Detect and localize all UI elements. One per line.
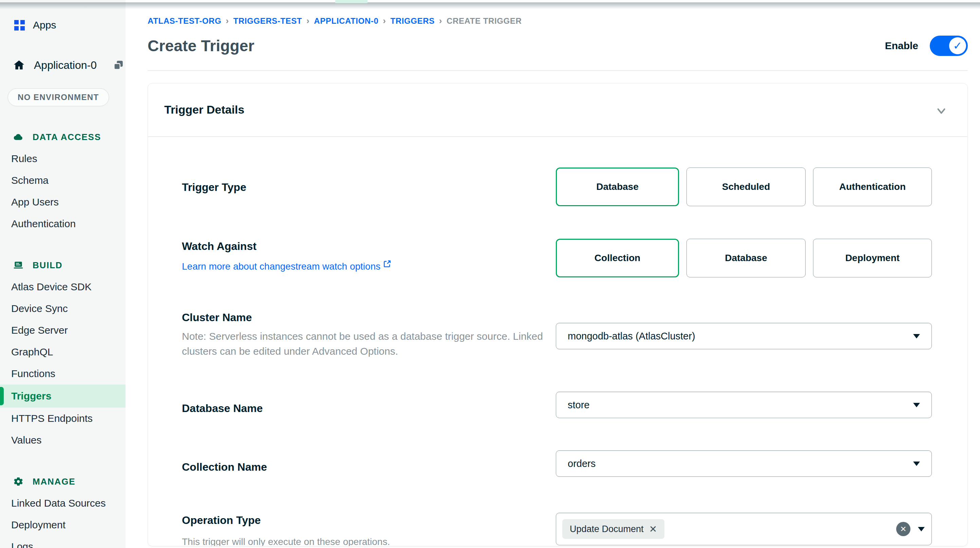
select-value: store: [568, 399, 589, 411]
nav-item-label: Edge Server: [11, 324, 68, 336]
clear-all-icon[interactable]: ✕: [896, 522, 910, 536]
sidebar-section-build: BUILD Atlas Device SDK Device Sync Edge …: [0, 254, 126, 451]
collection-name-select[interactable]: orders: [556, 450, 932, 477]
trigger-type-label: Trigger Type: [182, 181, 247, 194]
header-divider: [148, 70, 968, 71]
breadcrumb-link[interactable]: TRIGGERS-TEST: [234, 16, 302, 26]
breadcrumb-separator: ›: [226, 16, 229, 26]
laptop-icon: [13, 260, 24, 271]
cluster-name-label: Cluster Name: [182, 311, 252, 324]
nav-item-label: Authentication: [11, 218, 76, 230]
database-name-label: Database Name: [182, 402, 262, 415]
watch-against-option-collection[interactable]: Collection: [556, 239, 679, 277]
breadcrumb-link[interactable]: ATLAS-TEST-ORG: [148, 16, 221, 26]
sidebar-item-rules[interactable]: Rules: [0, 148, 126, 170]
enable-toggle[interactable]: ✓: [930, 36, 968, 56]
caret-down-icon: [913, 403, 920, 407]
watch-against-option-deployment[interactable]: Deployment: [813, 239, 932, 277]
copy-icon[interactable]: [113, 60, 124, 70]
sidebar-item-apps[interactable]: Apps: [0, 14, 126, 36]
nav-item-label: Linked Data Sources: [11, 497, 106, 509]
sidebar-item-values[interactable]: Values: [0, 429, 126, 451]
breadcrumb-separator: ›: [306, 16, 309, 26]
nav-item-label: Schema: [11, 175, 49, 186]
section-label: BUILD: [33, 260, 62, 271]
sidebar-item-logs[interactable]: Logs: [0, 536, 126, 548]
home-icon: [13, 59, 25, 71]
sidebar-item-https-endpoints[interactable]: HTTPS Endpoints: [0, 408, 126, 429]
cluster-name-select[interactable]: mongodb-atlas (AtlasCluster): [556, 323, 932, 349]
sidebar-section-manage: MANAGE Linked Data Sources Deployment Lo…: [0, 471, 126, 548]
section-label: MANAGE: [33, 477, 75, 487]
nav-item-label: HTTPS Endpoints: [11, 413, 93, 424]
sidebar-item-deployment[interactable]: Deployment: [0, 514, 126, 536]
operation-chip-update-document[interactable]: Update Document ✕: [562, 519, 664, 539]
sidebar-item-linked-data-sources[interactable]: Linked Data Sources: [0, 492, 126, 514]
external-link-icon: [383, 260, 391, 268]
nav-item-label: Triggers: [11, 390, 51, 402]
trigger-type-option-database[interactable]: Database: [556, 168, 679, 206]
sidebar: Apps Application-0 NO ENVIRONMENT DATA A…: [0, 0, 126, 548]
main-content: ATLAS-TEST-ORG › TRIGGERS-TEST › APPLICA…: [126, 0, 980, 548]
watch-against-label: Watch Against: [182, 240, 256, 253]
trigger-type-option-authentication[interactable]: Authentication: [813, 168, 932, 206]
cluster-name-note: Note: Serverless instances cannot be use…: [182, 329, 547, 359]
sidebar-item-schema[interactable]: Schema: [0, 170, 126, 191]
nav-item-label: Deployment: [11, 519, 65, 531]
card-title: Trigger Details: [164, 103, 244, 116]
operation-type-label: Operation Type: [182, 514, 261, 527]
nav-item-label: GraphQL: [11, 346, 53, 358]
nav-item-label: Functions: [11, 368, 55, 380]
enable-label: Enable: [885, 40, 918, 52]
app-name: Application-0: [34, 59, 97, 71]
sidebar-item-graphql[interactable]: GraphQL: [0, 341, 126, 363]
sidebar-item-functions[interactable]: Functions: [0, 363, 126, 384]
nav-item-label: Device Sync: [11, 303, 68, 315]
trigger-details-card: Trigger Details Trigger Type Database Sc…: [148, 83, 968, 546]
card-header-divider: [148, 136, 967, 137]
sidebar-item-device-sync[interactable]: Device Sync: [0, 298, 126, 319]
nav-item-label: Rules: [11, 153, 37, 164]
chip-label: Update Document: [570, 524, 644, 534]
breadcrumb-link[interactable]: APPLICATION-0: [314, 16, 379, 26]
sidebar-item-triggers[interactable]: Triggers: [0, 384, 126, 408]
apps-grid-icon: [14, 20, 25, 30]
database-name-select[interactable]: store: [556, 392, 932, 418]
nav-item-label: Logs: [11, 541, 33, 548]
close-icon[interactable]: ✕: [649, 524, 657, 535]
breadcrumb-separator: ›: [439, 16, 442, 26]
watch-against-option-database[interactable]: Database: [686, 239, 806, 277]
app-selector[interactable]: Application-0: [0, 54, 126, 77]
operation-type-multiselect[interactable]: Update Document ✕ ✕: [556, 513, 932, 545]
trigger-type-option-scheduled[interactable]: Scheduled: [686, 168, 806, 206]
select-value: orders: [568, 458, 595, 469]
toggle-knob: ✓: [949, 37, 966, 54]
caret-down-icon: [913, 462, 920, 466]
sidebar-item-authentication[interactable]: Authentication: [0, 213, 126, 235]
page-title: Create Trigger: [148, 37, 255, 55]
nav-item-label: Atlas Device SDK: [11, 281, 92, 293]
cloud-icon: [13, 132, 24, 143]
environment-badge: NO ENVIRONMENT: [8, 88, 109, 106]
sidebar-item-edge-server[interactable]: Edge Server: [0, 319, 126, 341]
section-label: DATA ACCESS: [33, 132, 101, 143]
breadcrumb-separator: ›: [383, 16, 386, 26]
top-banner-fragment: [335, 0, 368, 3]
sidebar-item-app-users[interactable]: App Users: [0, 191, 126, 213]
caret-down-icon: [918, 527, 925, 531]
caret-down-icon: [913, 334, 920, 338]
chevron-down-icon[interactable]: [934, 104, 948, 118]
app-root: Apps Application-0 NO ENVIRONMENT DATA A…: [0, 0, 980, 548]
breadcrumb: ATLAS-TEST-ORG › TRIGGERS-TEST › APPLICA…: [148, 16, 968, 26]
check-icon: ✓: [953, 40, 963, 51]
sidebar-item-atlas-device-sdk[interactable]: Atlas Device SDK: [0, 276, 126, 298]
operation-type-note: This trigger will only execute on these …: [182, 534, 547, 546]
breadcrumb-current: CREATE TRIGGER: [447, 16, 522, 26]
link-label: Learn more about changestream watch opti…: [182, 261, 380, 272]
collection-name-label: Collection Name: [182, 461, 267, 473]
changestream-docs-link[interactable]: Learn more about changestream watch opti…: [182, 261, 391, 272]
watch-against-options: Collection Database Deployment: [556, 239, 932, 277]
breadcrumb-link[interactable]: TRIGGERS: [391, 16, 435, 26]
apps-label: Apps: [33, 19, 56, 31]
select-value: mongodb-atlas (AtlasCluster): [568, 330, 695, 342]
